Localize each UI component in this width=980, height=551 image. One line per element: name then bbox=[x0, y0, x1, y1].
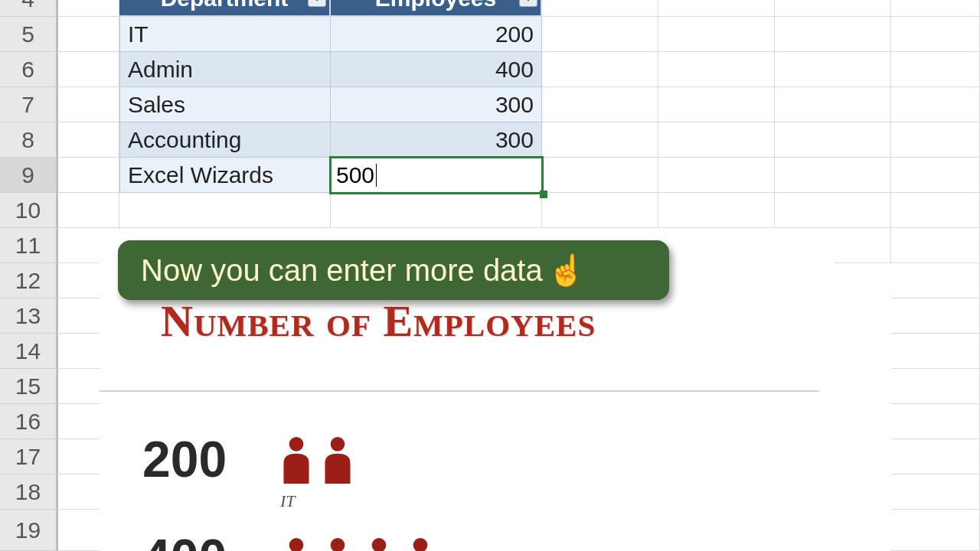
grid-cell[interactable] bbox=[119, 193, 331, 228]
tip-banner: Now you can enter more data ☝️ bbox=[118, 240, 669, 300]
table-cell-emp[interactable]: 200 bbox=[331, 17, 542, 52]
grid-cell[interactable] bbox=[58, 17, 119, 52]
grid-cell[interactable] bbox=[658, 0, 775, 17]
grid-cell[interactable] bbox=[542, 193, 658, 228]
row-header-19[interactable]: 19 bbox=[0, 510, 58, 551]
table-cell-dept[interactable]: Admin bbox=[119, 52, 331, 87]
grid-cell[interactable] bbox=[775, 52, 891, 87]
table-cell-dept[interactable]: Sales bbox=[119, 87, 331, 122]
grid-cell[interactable] bbox=[775, 17, 891, 52]
grid-cell[interactable] bbox=[775, 87, 891, 122]
grid-cell[interactable] bbox=[775, 122, 891, 158]
editing-value: 500 bbox=[336, 162, 374, 188]
chart-title: Number of Employees bbox=[161, 295, 596, 347]
grid-cell[interactable] bbox=[891, 17, 980, 52]
pointing-up-icon: ☝️ bbox=[547, 253, 586, 289]
grid-cell[interactable] bbox=[58, 52, 119, 87]
person-icon bbox=[322, 436, 354, 484]
grid-cell[interactable] bbox=[775, 158, 891, 193]
grid-cell[interactable] bbox=[891, 474, 980, 510]
table-cell-dept[interactable]: IT bbox=[119, 17, 331, 52]
row-header-16[interactable]: 16 bbox=[0, 404, 58, 439]
separator-line bbox=[100, 390, 819, 392]
grid-cell[interactable] bbox=[891, 87, 980, 122]
grid-cell[interactable] bbox=[658, 122, 775, 158]
header-label: Employees bbox=[375, 0, 496, 11]
row-header-8[interactable]: 8 bbox=[0, 122, 58, 158]
filter-dropdown-icon[interactable] bbox=[308, 0, 326, 7]
pictogram-value: 200 bbox=[142, 430, 227, 488]
row-header-7[interactable]: 7 bbox=[0, 87, 58, 122]
banner-text: Now you can enter more data bbox=[141, 253, 543, 288]
row-header-15[interactable]: 15 bbox=[0, 369, 58, 404]
row-header-10[interactable]: 10 bbox=[0, 193, 58, 228]
row-header-4[interactable]: 4 bbox=[0, 0, 58, 17]
grid-cell[interactable] bbox=[542, 0, 658, 17]
row-header-9[interactable]: 9 bbox=[0, 158, 58, 193]
grid-cell[interactable] bbox=[891, 334, 980, 369]
svg-point-5 bbox=[413, 538, 428, 551]
table-header-department[interactable]: Department bbox=[119, 0, 331, 17]
svg-point-3 bbox=[331, 538, 345, 551]
row-header-11[interactable]: 11 bbox=[0, 228, 58, 263]
spreadsheet-viewport: 4 5 6 7 8 9 10 11 12 13 14 15 16 17 18 1… bbox=[0, 0, 980, 551]
grid-cell[interactable] bbox=[891, 439, 980, 474]
grid-cell[interactable] bbox=[891, 0, 980, 17]
person-icon bbox=[280, 436, 312, 484]
pictogram-value: 400 bbox=[142, 528, 227, 551]
grid-cell[interactable] bbox=[891, 228, 980, 263]
table-cell-emp[interactable]: 400 bbox=[331, 52, 542, 87]
row-header-17[interactable]: 17 bbox=[0, 439, 58, 474]
grid-cell[interactable] bbox=[658, 158, 775, 193]
fill-handle-icon[interactable] bbox=[540, 191, 547, 198]
row-header-5[interactable]: 5 bbox=[0, 17, 58, 52]
grid-cell[interactable] bbox=[775, 193, 891, 228]
table-cell-dept[interactable]: Accounting bbox=[119, 122, 331, 158]
grid-cell[interactable] bbox=[891, 52, 980, 87]
grid-cell[interactable] bbox=[658, 17, 775, 52]
svg-point-4 bbox=[372, 538, 387, 551]
grid-cell[interactable] bbox=[331, 193, 542, 228]
grid-cell[interactable] bbox=[891, 193, 980, 228]
grid-cell[interactable] bbox=[542, 87, 658, 122]
grid-cell[interactable] bbox=[542, 122, 658, 158]
row-header-13[interactable]: 13 bbox=[0, 298, 58, 334]
filter-dropdown-icon[interactable] bbox=[519, 0, 537, 7]
svg-point-1 bbox=[331, 437, 345, 452]
grid-cell[interactable] bbox=[891, 298, 980, 334]
row-header-14[interactable]: 14 bbox=[0, 334, 58, 369]
row-header-18[interactable]: 18 bbox=[0, 474, 58, 510]
grid-cell[interactable] bbox=[891, 158, 980, 193]
table-cell-emp[interactable]: 300 bbox=[331, 87, 542, 122]
grid-cell[interactable] bbox=[658, 193, 775, 228]
svg-point-0 bbox=[289, 437, 304, 452]
grid-cell[interactable] bbox=[542, 17, 658, 52]
grid-cell[interactable] bbox=[891, 122, 980, 158]
grid-cell[interactable] bbox=[891, 510, 980, 551]
person-icon bbox=[280, 537, 312, 551]
grid-cell[interactable] bbox=[58, 87, 119, 122]
grid-cell[interactable] bbox=[542, 52, 658, 87]
table-cell-dept[interactable]: Excel Wizards bbox=[119, 158, 331, 193]
person-icon bbox=[322, 537, 354, 551]
grid-cell[interactable] bbox=[891, 263, 980, 298]
active-cell-editing[interactable]: 500 bbox=[329, 156, 544, 194]
pictogram-label: IT bbox=[280, 491, 296, 511]
grid-cell[interactable] bbox=[542, 158, 658, 193]
row-header-12[interactable]: 12 bbox=[0, 263, 58, 298]
table-header-employees[interactable]: Employees bbox=[331, 0, 542, 17]
grid-cell[interactable] bbox=[891, 404, 980, 439]
grid-cell[interactable] bbox=[58, 0, 119, 17]
person-icon bbox=[404, 537, 436, 551]
person-icon bbox=[363, 537, 395, 551]
row-header-6[interactable]: 6 bbox=[0, 52, 58, 87]
svg-point-2 bbox=[289, 538, 304, 551]
grid-cell[interactable] bbox=[891, 369, 980, 404]
grid-cell[interactable] bbox=[58, 122, 119, 158]
grid-cell[interactable] bbox=[658, 87, 775, 122]
grid-cell[interactable] bbox=[58, 158, 119, 193]
grid-cell[interactable] bbox=[58, 193, 119, 228]
grid-cell[interactable] bbox=[775, 0, 891, 17]
table-cell-emp[interactable]: 300 bbox=[331, 122, 542, 158]
grid-cell[interactable] bbox=[658, 52, 775, 87]
